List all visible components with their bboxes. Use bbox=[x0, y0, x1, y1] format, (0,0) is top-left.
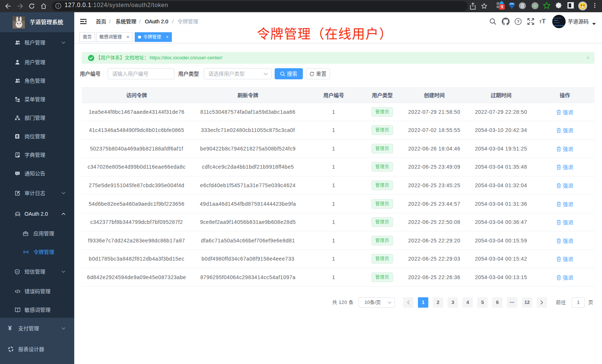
svg-text:?: ? bbox=[517, 19, 520, 24]
